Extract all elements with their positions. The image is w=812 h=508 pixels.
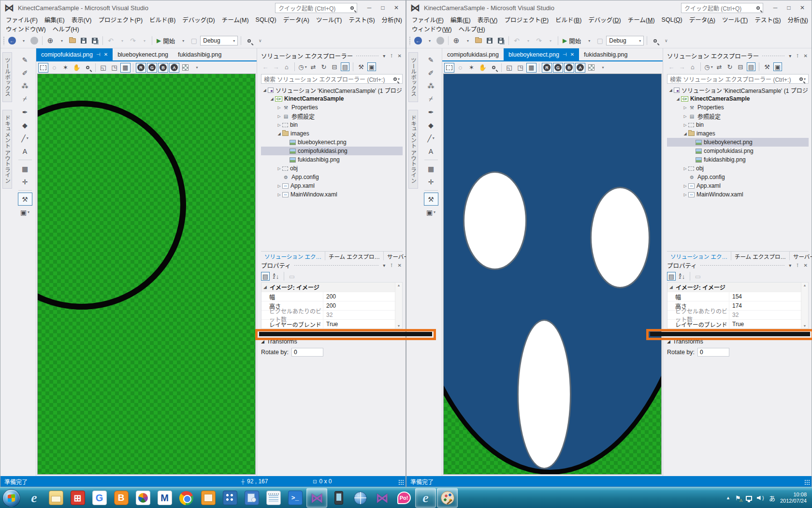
pending-changes-filter-button[interactable]: ◷▾ [704, 62, 713, 71]
quick-launch-input[interactable]: クイック起動 (Ctrl+Q) [681, 3, 763, 13]
expanded-expander-icon[interactable]: ◢ [668, 88, 673, 92]
tree-item-8[interactable]: fukidashibig.png [261, 155, 403, 164]
panel-menu-dropdown-icon[interactable]: ▾ [788, 263, 792, 268]
sync-with-active-document-button[interactable]: ⇄ [715, 62, 724, 71]
menu-item-B[interactable]: ビルド(B) [146, 15, 179, 25]
save-all-button[interactable] [90, 35, 100, 46]
taskbar-clock[interactable]: 10:082012/07/24 [780, 492, 807, 504]
save-button[interactable] [79, 35, 88, 46]
collapsed-expander-icon[interactable]: ▷ [276, 184, 282, 188]
panel-menu-dropdown-icon[interactable]: ▾ [382, 263, 386, 268]
rotate-by-input[interactable] [291, 348, 323, 357]
tree-item-10[interactable]: ⚙App.config [667, 173, 809, 181]
forward-button[interactable]: → [272, 62, 280, 71]
nav-forward-button[interactable]: → [435, 35, 445, 46]
taskbar-globe-app-icon[interactable] [350, 488, 371, 508]
toolbar-overflow-button[interactable]: ∨ [255, 35, 265, 46]
eyedropper-tool[interactable]: ⌿ [424, 92, 438, 105]
taskbar-paint-icon[interactable] [437, 488, 458, 508]
fill-tool[interactable]: ✒ [424, 105, 438, 119]
tree-item-11[interactable]: ▷‹›App.xaml [261, 181, 403, 190]
rectangular-selection-tool[interactable] [444, 63, 454, 73]
title-bar[interactable]: ⋈KinectCameraSample - Microsoft Visual S… [406, 0, 812, 15]
taskbar-chrome-icon[interactable] [176, 488, 197, 508]
taskbar-red-windows-app-icon[interactable]: ⊞ [67, 488, 88, 508]
menu-item-S[interactable]: テスト(S) [751, 15, 784, 25]
solution-explorer-search-input[interactable]: 検索 ソリューション エクスプローラー (Ctrl+:)▾ [261, 74, 403, 84]
pencil-tool[interactable]: ✎ [424, 53, 438, 66]
tree-item-1[interactable]: ◢C#KinectCameraSample [667, 94, 809, 103]
lasso-selection-tool[interactable]: ◌ [49, 63, 59, 73]
document-tab-1[interactable]: blueboykenect.png [113, 48, 173, 60]
grid-toggle[interactable]: ▦ [526, 63, 536, 73]
close-button[interactable]: ✕ [796, 4, 809, 11]
taskbar-phone-app-icon[interactable] [328, 488, 349, 508]
menu-item-F[interactable]: ファイル(F) [408, 15, 447, 25]
menu-item-V[interactable]: 表示(V) [68, 15, 95, 25]
expanded-expander-icon[interactable]: ◢ [682, 132, 688, 136]
undo-dropdown[interactable]: ▾ [117, 35, 127, 46]
tree-item-3[interactable]: ▷▤参照設定 [667, 112, 809, 120]
scrollbar[interactable]: ▲▼ [801, 283, 808, 329]
home-button[interactable]: ⌂ [282, 62, 291, 71]
magic-wand-tool[interactable]: ✶ [60, 63, 71, 73]
menu-item-F[interactable]: ファイル(F) [2, 15, 41, 25]
panel-menu-dropdown-icon[interactable]: ▾ [382, 53, 386, 59]
tree-item-5[interactable]: ◢images [261, 129, 403, 138]
blue-channel-button[interactable]: B [158, 63, 168, 73]
tree-item-9[interactable]: ▷obj [261, 164, 403, 173]
property-value[interactable]: 200 [323, 301, 402, 310]
preview-selected-items-toggle[interactable]: ▣ [367, 62, 376, 71]
menu-item-W[interactable]: ウィンドウ(W) [2, 24, 49, 34]
property-value[interactable]: 32 [323, 311, 402, 319]
close-icon[interactable]: ✕ [803, 53, 809, 59]
document-tab-0[interactable]: comipofukidasi.png⊣✕ [36, 48, 113, 60]
menu-item-E[interactable]: 編集(E) [447, 15, 474, 25]
tree-item-7[interactable]: comipofukidasi.png [667, 147, 809, 155]
expanded-expander-icon[interactable]: ◢ [262, 285, 268, 289]
document-outline-side-tab[interactable]: ドキュメント アウトライン [408, 110, 418, 189]
tree-item-10[interactable]: ⚙App.config [261, 173, 403, 181]
zoom-actual-size-button[interactable]: ◱ [98, 63, 108, 73]
undo-dropdown[interactable]: ▾ [523, 35, 533, 46]
property-row[interactable]: ピクセルあたりのビット数32 [261, 310, 402, 319]
scroll-down-icon[interactable]: ▼ [397, 324, 401, 328]
tree-item-12[interactable]: ▷‹›MainWindow.xaml [261, 190, 403, 199]
footer-tab-0[interactable]: ソリューション エク… [667, 252, 731, 260]
redo-dropdown[interactable]: ▾ [545, 35, 555, 46]
pan-tool[interactable]: ✋ [72, 63, 82, 73]
zoom-actual-size-button[interactable]: ◱ [504, 63, 514, 73]
tree-item-0[interactable]: ◢ソリューション 'KinectCameraSample' (1 プロジェクト) [667, 86, 809, 94]
text-tool[interactable]: A [424, 145, 438, 158]
alphabetical-sort-button[interactable]: AZ↓ [272, 272, 280, 281]
save-all-button[interactable] [496, 35, 506, 46]
menu-item-W[interactable]: ウィンドウ(W) [408, 24, 455, 34]
volume-icon[interactable] [757, 496, 761, 500]
menu-item-P[interactable]: プロジェクト(P) [95, 15, 146, 25]
alpha-channel-button[interactable]: A [575, 63, 585, 73]
close-icon[interactable]: ✕ [397, 263, 403, 268]
menu-item-A[interactable]: データ(A) [280, 15, 313, 25]
tree-item-8[interactable]: fukidashibig.png [667, 155, 809, 164]
tree-item-7[interactable]: comipofukidasi.png [261, 147, 403, 155]
add-web-item-button[interactable]: ⊕ [45, 35, 55, 46]
menu-item-D[interactable]: デバッグ(D) [585, 15, 624, 25]
collapsed-expander-icon[interactable]: ▷ [682, 105, 688, 110]
eraser-tool[interactable]: ◆ [424, 119, 438, 132]
footer-tab-2[interactable]: サーバー エクスプ… [790, 252, 812, 260]
home-button[interactable]: ⌂ [688, 62, 697, 71]
properties-header[interactable]: プロパティ▾⊺✕ [667, 260, 809, 270]
title-bar[interactable]: ⋈KinectCameraSample - Microsoft Visual S… [0, 0, 406, 15]
menu-item-T[interactable]: ツール(T) [719, 15, 752, 25]
back-button[interactable]: ← [667, 62, 676, 71]
quick-launch-input[interactable]: クイック起動 (Ctrl+Q) [275, 3, 357, 13]
open-file-button[interactable] [474, 35, 483, 46]
menu-item-H[interactable]: ヘルプ(H) [49, 24, 83, 34]
minimize-button[interactable]: ─ [769, 4, 782, 11]
collapse-all-button[interactable]: ⊟ [736, 62, 745, 71]
preview-selected-items-toggle[interactable]: ▣ [773, 62, 782, 71]
chevron-down-icon[interactable]: ▾ [804, 77, 806, 81]
taskbar-m-app-icon[interactable]: M [154, 488, 175, 508]
pin-icon[interactable]: ⊺ [389, 263, 393, 268]
nav-forward-button[interactable]: → [29, 35, 39, 46]
